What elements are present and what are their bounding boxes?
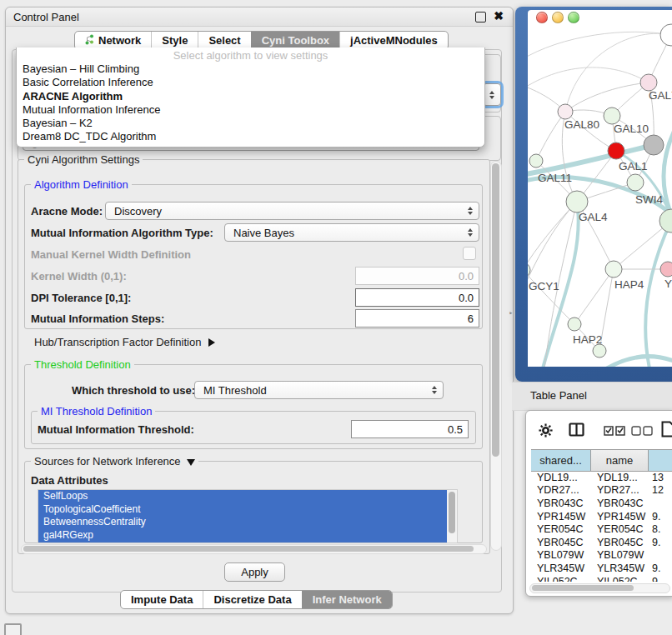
apply-button[interactable]: Apply xyxy=(224,562,285,582)
dpi-tolerance-field[interactable]: 0.0 xyxy=(355,288,479,307)
deselect-all-checkboxes-icon[interactable] xyxy=(631,426,653,436)
tab-label: Infer Network xyxy=(313,593,382,606)
table-row[interactable]: YBR043CYBR043C xyxy=(531,497,672,510)
which-threshold-combo[interactable]: MI Threshold xyxy=(194,381,444,399)
column-header[interactable]: shared... xyxy=(531,450,591,471)
network-canvas[interactable]: GAL7GAL80GAL10GAL1GAL11GAL4SWI4GCY1HAP4Y… xyxy=(528,10,672,367)
aracne-mode-combo[interactable]: Discovery xyxy=(105,202,479,220)
mi-steps-field[interactable]: 6 xyxy=(355,309,479,328)
table-panel-window: shared...nameA YDL19...YDL19...13YDR27..… xyxy=(525,410,672,597)
table-row[interactable]: YBL079WYBL079W xyxy=(531,549,672,562)
node-label: GCY1 xyxy=(529,280,559,292)
hub-tf-definition-toggle[interactable]: Hub/Transcription Factor Definition xyxy=(34,336,215,348)
dpi-tolerance-label: DPI Tolerance [0,1]: xyxy=(31,292,131,304)
data-attribute-item[interactable]: BetweennessCentrality xyxy=(38,516,447,529)
data-attribute-item[interactable]: TopologicalCoefficient xyxy=(38,503,447,517)
sources-title[interactable]: Sources for Network Inference xyxy=(31,455,198,468)
node-label: HAP2 xyxy=(573,333,602,346)
table-cell: YER054C xyxy=(591,522,649,536)
network-node-gal80[interactable] xyxy=(558,104,573,119)
network-edge[interactable] xyxy=(607,357,672,367)
network-node-y[interactable] xyxy=(660,262,672,277)
scrollbar-thumb[interactable] xyxy=(492,163,499,457)
network-node-gal11[interactable] xyxy=(529,154,543,168)
network-node[interactable] xyxy=(627,174,644,191)
bottom-tab-impute-data[interactable]: Impute Data xyxy=(121,591,203,608)
algorithm-option[interactable]: Bayesian – K2 xyxy=(17,117,484,130)
gear-icon[interactable] xyxy=(538,422,553,438)
tab-network[interactable]: Network xyxy=(75,32,151,49)
tab-cyni-toolbox[interactable]: Cyni Toolbox xyxy=(251,32,339,49)
network-edge[interactable] xyxy=(528,202,577,270)
network-edge[interactable] xyxy=(565,82,649,112)
list-vertical-scrollbar[interactable] xyxy=(447,490,457,542)
network-edge[interactable] xyxy=(528,270,574,324)
network-node-gal10[interactable] xyxy=(604,108,620,124)
algorithm-option[interactable]: Bayesian – Hill Climbing xyxy=(17,62,484,76)
table-row[interactable]: YDR27...YDR27...12 xyxy=(531,484,672,498)
network-edge[interactable] xyxy=(574,269,614,324)
aracne-mode-label: Aracne Mode: xyxy=(31,205,103,218)
bottom-tab-discretize-data[interactable]: Discretize Data xyxy=(203,591,301,608)
network-edge[interactable] xyxy=(528,68,649,90)
table-horizontal-scrollbar[interactable] xyxy=(529,583,670,593)
column-header[interactable]: A xyxy=(649,450,672,471)
table-row[interactable]: YBR045CYBR045C9. xyxy=(531,536,672,549)
mi-algorithm-type-combo[interactable]: Naive Bayes xyxy=(224,223,479,242)
network-edge[interactable] xyxy=(645,221,671,367)
hub-tf-definition-label: Hub/Transcription Factor Definition xyxy=(34,336,201,348)
select-all-checkboxes-icon[interactable] xyxy=(604,426,625,436)
network-node-gal7[interactable] xyxy=(640,74,657,91)
data-attribute-item[interactable]: gal4RGexp xyxy=(38,529,447,542)
settings-vertical-scrollbar[interactable] xyxy=(490,161,502,551)
data-attribute-item[interactable]: SelfLoops xyxy=(38,490,447,503)
node-label: HAP4 xyxy=(614,278,644,291)
network-edge[interactable] xyxy=(536,112,565,161)
close-icon[interactable]: ✖ xyxy=(494,9,504,22)
network-node-hap2[interactable] xyxy=(568,318,581,331)
tab-jactivemnodules[interactable]: jActiveMNodules xyxy=(339,32,448,49)
mi-steps-label: Mutual Information Steps: xyxy=(31,312,164,325)
table-cell: YER054C xyxy=(531,522,591,536)
node-label: Y xyxy=(664,278,672,290)
bottom-tab-infer-network[interactable]: Infer Network xyxy=(302,591,392,608)
kernel-width-field[interactable]: 0.0 xyxy=(355,267,479,285)
window-title: Control Panel xyxy=(13,11,79,23)
table-row[interactable]: YLR345WYLR345W9. xyxy=(531,562,672,575)
network-node-gal4[interactable] xyxy=(566,191,588,212)
collapse-arrow-icon xyxy=(187,459,195,466)
float-window-icon[interactable] xyxy=(475,12,486,22)
network-node[interactable] xyxy=(644,135,664,155)
tab-select[interactable]: Select xyxy=(198,32,250,49)
panel-divider-handle[interactable]: ‣ xyxy=(509,310,512,317)
new-table-icon[interactable] xyxy=(661,421,672,438)
inference-algorithm-combo-fragment[interactable] xyxy=(483,83,501,106)
split-columns-icon[interactable] xyxy=(568,422,584,438)
network-node[interactable] xyxy=(593,344,606,358)
tab-label: Style xyxy=(162,34,188,47)
scrollbar-thumb[interactable] xyxy=(23,546,474,552)
manual-kernel-width-checkbox[interactable] xyxy=(463,247,476,260)
scrollbar-thumb[interactable] xyxy=(532,585,634,591)
table-row[interactable]: YER054CYER054C8. xyxy=(531,522,672,536)
network-node-hap4[interactable] xyxy=(605,261,622,278)
table-row[interactable]: YIL052CYIL052C9. xyxy=(531,575,672,582)
column-header[interactable]: name xyxy=(591,450,649,471)
data-attributes-list[interactable]: SelfLoopsTopologicalCoefficientBetweenne… xyxy=(38,489,458,543)
algorithm-option[interactable]: Dream8 DC_TDC Algorithm xyxy=(17,130,484,143)
table-row[interactable]: YPR145WYPR145W9. xyxy=(531,510,672,523)
network-node[interactable] xyxy=(660,24,672,46)
network-node-gal1[interactable] xyxy=(608,142,624,159)
mi-threshold-label: Mutual Information Threshold: xyxy=(38,423,194,436)
scrollbar-thumb[interactable] xyxy=(449,492,455,533)
network-edge[interactable] xyxy=(528,32,671,60)
combo-stepper-icon xyxy=(432,386,437,394)
algorithm-option[interactable]: ARACNE Algorithm xyxy=(17,90,484,103)
network-graph: GAL7GAL80GAL10GAL1GAL11GAL4SWI4GCY1HAP4Y… xyxy=(528,10,672,367)
mi-threshold-field[interactable]: 0.5 xyxy=(351,420,469,438)
tab-style[interactable]: Style xyxy=(151,32,198,49)
table-row[interactable]: YDL19...YDL19...13 xyxy=(531,471,672,484)
algorithm-option[interactable]: Mutual Information Inference xyxy=(17,103,484,117)
algorithm-option[interactable]: Basic Correlation Inference xyxy=(17,76,484,89)
settings-horizontal-scrollbar[interactable] xyxy=(21,544,487,554)
